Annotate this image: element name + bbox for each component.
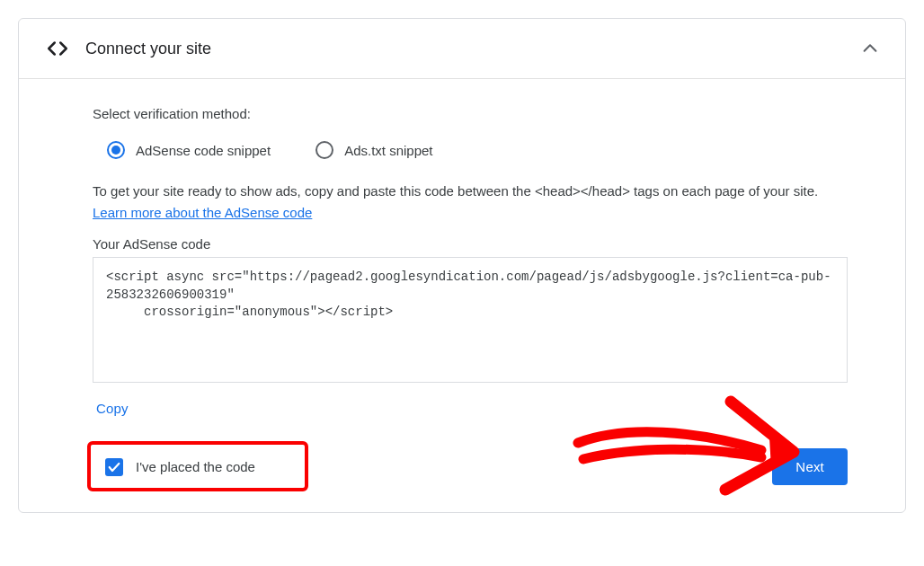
instruction-text: To get your site ready to show ads, copy…	[93, 181, 848, 224]
radio-label: Ads.txt snippet	[344, 143, 432, 158]
radio-icon	[107, 141, 125, 159]
learn-more-link[interactable]: Learn more about the AdSense code	[93, 205, 312, 220]
instruction-plain: To get your site ready to show ads, copy…	[93, 183, 818, 199]
radio-icon	[315, 141, 333, 159]
chevron-up-icon[interactable]	[857, 35, 884, 62]
radio-group: AdSense code snippet Ads.txt snippet	[93, 141, 848, 159]
radio-adsense-snippet[interactable]: AdSense code snippet	[107, 141, 271, 159]
card-header[interactable]: Connect your site	[19, 19, 905, 79]
adsense-code-box[interactable]: <script async src="https://pagead2.googl…	[93, 257, 848, 383]
copy-button[interactable]: Copy	[93, 392, 132, 425]
connect-site-card: Connect your site Select verification me…	[18, 18, 906, 513]
card-body: Select verification method: AdSense code…	[19, 79, 905, 512]
footer-row: I've placed the code Next	[93, 448, 848, 485]
checkbox-checked-icon	[105, 458, 123, 476]
code-label: Your AdSense code	[93, 236, 848, 252]
next-button[interactable]: Next	[772, 448, 848, 485]
card-title: Connect your site	[85, 40, 840, 58]
verification-method-label: Select verification method:	[93, 106, 848, 121]
code-icon	[46, 37, 69, 60]
radio-adstxt-snippet[interactable]: Ads.txt snippet	[315, 141, 432, 159]
annotation-arrow	[571, 387, 804, 504]
radio-label: AdSense code snippet	[136, 143, 271, 158]
checkbox-label: I've placed the code	[136, 459, 255, 474]
placed-code-checkbox[interactable]: I've placed the code	[93, 449, 268, 485]
